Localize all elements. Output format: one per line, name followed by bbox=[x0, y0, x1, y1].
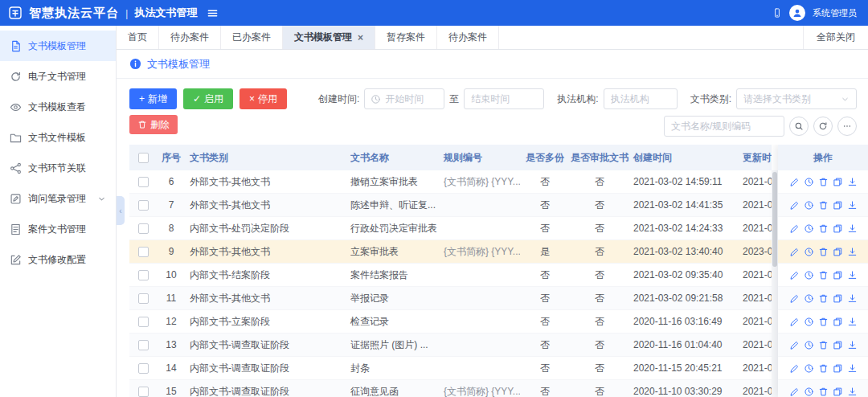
row-checkbox[interactable] bbox=[138, 247, 149, 257]
table-row-14[interactable]: 14内部文书-调查取证阶段封条否否2020-11-15 20:45:212021… bbox=[129, 357, 772, 380]
hamburger-menu-icon[interactable] bbox=[207, 7, 219, 19]
sidebar-item-5[interactable]: 询问笔录管理 bbox=[0, 183, 116, 214]
agency-input[interactable] bbox=[604, 89, 677, 108]
column-header[interactable]: 是否多份 bbox=[520, 151, 570, 165]
download-icon[interactable] bbox=[847, 317, 858, 327]
table-row-8[interactable]: 8内部文书-处罚决定阶段行政处罚决定审批表否否2021-03-02 14:24:… bbox=[129, 217, 772, 240]
delete-icon[interactable] bbox=[818, 317, 829, 327]
column-header[interactable]: 更新时 bbox=[739, 151, 772, 165]
row-checkbox[interactable] bbox=[138, 363, 149, 374]
table-row-12[interactable]: 12内部文书-立案阶段检查记录否否2020-11-16 03:16:492021… bbox=[129, 310, 772, 334]
row-checkbox[interactable] bbox=[138, 340, 149, 350]
tab-3[interactable]: 文书模板管理× bbox=[283, 26, 375, 49]
edit-icon[interactable] bbox=[789, 223, 800, 234]
column-header[interactable]: 是否审批文书 bbox=[570, 151, 629, 165]
sidebar-collapse-handle[interactable]: ‹ bbox=[117, 196, 125, 225]
copy-icon[interactable] bbox=[833, 223, 843, 234]
history-icon[interactable] bbox=[804, 340, 814, 350]
history-icon[interactable] bbox=[804, 270, 814, 280]
more-button[interactable] bbox=[837, 117, 857, 136]
download-icon[interactable] bbox=[847, 177, 858, 187]
copy-icon[interactable] bbox=[833, 177, 843, 187]
tab-0[interactable]: 首页 bbox=[117, 26, 159, 49]
avatar[interactable] bbox=[789, 5, 805, 21]
table-row-7[interactable]: 7外部文书-其他文书陈述申辩、听证复...否否2021-03-02 14:41:… bbox=[129, 194, 772, 217]
download-icon[interactable] bbox=[847, 340, 858, 350]
table-row-9[interactable]: 9外部文书-其他文书立案审批表{文书简称} {YYY...是否2021-03-0… bbox=[129, 240, 772, 264]
download-icon[interactable] bbox=[847, 247, 858, 257]
sidebar-item-6[interactable]: 案件文书管理 bbox=[0, 214, 116, 244]
table-row-15[interactable]: 15内部文书-调查取证阶段征询意见函{文书简称} {YYY...否否2020-1… bbox=[129, 380, 772, 397]
history-icon[interactable] bbox=[804, 247, 814, 257]
close-all-button[interactable]: 全部关闭 bbox=[803, 26, 868, 49]
search-button[interactable] bbox=[789, 117, 809, 136]
select-all-checkbox[interactable] bbox=[138, 153, 149, 163]
delete-icon[interactable] bbox=[818, 293, 829, 304]
delete-icon[interactable] bbox=[818, 177, 829, 187]
end-time-input[interactable] bbox=[465, 89, 543, 108]
delete-icon[interactable] bbox=[818, 200, 829, 211]
edit-icon[interactable] bbox=[789, 293, 800, 304]
download-icon[interactable] bbox=[847, 200, 858, 211]
scrollbar-thumb[interactable] bbox=[772, 172, 777, 267]
copy-icon[interactable] bbox=[833, 363, 843, 374]
vertical-scrollbar[interactable] bbox=[772, 170, 778, 397]
add-button[interactable]: + 新增 bbox=[129, 88, 177, 109]
delete-button[interactable]: 删除 bbox=[129, 115, 178, 134]
table-row-13[interactable]: 13内部文书-调查取证阶段证据照片 (图片) ...否否2020-11-16 0… bbox=[129, 334, 772, 357]
history-icon[interactable] bbox=[804, 223, 814, 234]
category-select[interactable]: 请选择文书类别 bbox=[736, 88, 857, 109]
disable-button[interactable]: × 停用 bbox=[240, 88, 287, 109]
edit-icon[interactable] bbox=[789, 317, 800, 327]
copy-icon[interactable] bbox=[833, 270, 843, 280]
row-checkbox[interactable] bbox=[138, 223, 149, 234]
copy-icon[interactable] bbox=[833, 293, 843, 304]
tab-4[interactable]: 暂存案件 bbox=[375, 26, 437, 49]
download-icon[interactable] bbox=[847, 223, 858, 234]
delete-icon[interactable] bbox=[818, 247, 829, 257]
row-checkbox[interactable] bbox=[138, 270, 149, 280]
row-checkbox[interactable] bbox=[138, 200, 149, 211]
sidebar-item-4[interactable]: 文书环节关联 bbox=[0, 153, 116, 183]
sidebar-item-1[interactable]: 电子文书管理 bbox=[0, 61, 116, 92]
download-icon[interactable] bbox=[847, 387, 858, 397]
table-row-10[interactable]: 10内部文书-结案阶段案件结案报告否否2021-03-02 09:35:4020… bbox=[129, 264, 772, 287]
history-icon[interactable] bbox=[804, 317, 814, 327]
edit-icon[interactable] bbox=[789, 363, 800, 374]
copy-icon[interactable] bbox=[833, 340, 843, 350]
history-icon[interactable] bbox=[804, 177, 814, 187]
sidebar-item-2[interactable]: 文书模板查看 bbox=[0, 92, 116, 122]
column-header[interactable]: 创建时间 bbox=[629, 151, 739, 165]
copy-icon[interactable] bbox=[833, 387, 843, 397]
sidebar-item-0[interactable]: 文书模板管理 bbox=[0, 31, 116, 61]
copy-icon[interactable] bbox=[833, 200, 843, 211]
tab-5[interactable]: 待办案件 bbox=[437, 26, 499, 49]
download-icon[interactable] bbox=[847, 363, 858, 374]
column-header[interactable]: 序号 bbox=[157, 151, 186, 165]
delete-icon[interactable] bbox=[818, 340, 829, 350]
edit-icon[interactable] bbox=[789, 387, 800, 397]
history-icon[interactable] bbox=[804, 293, 814, 304]
row-checkbox[interactable] bbox=[138, 387, 149, 397]
reset-button[interactable] bbox=[813, 117, 833, 136]
column-header[interactable]: 文书类别 bbox=[186, 151, 346, 165]
row-checkbox[interactable] bbox=[138, 177, 149, 187]
row-checkbox[interactable] bbox=[138, 317, 149, 327]
search-input[interactable] bbox=[665, 117, 784, 136]
row-checkbox[interactable] bbox=[138, 293, 149, 304]
copy-icon[interactable] bbox=[833, 317, 843, 327]
history-icon[interactable] bbox=[804, 363, 814, 374]
download-icon[interactable] bbox=[847, 293, 858, 304]
delete-icon[interactable] bbox=[818, 387, 829, 397]
delete-icon[interactable] bbox=[818, 270, 829, 280]
column-header[interactable]: 文书名称 bbox=[346, 151, 440, 165]
column-header[interactable]: 规则编号 bbox=[440, 151, 520, 165]
enable-button[interactable]: ✓ 启用 bbox=[183, 88, 233, 109]
history-icon[interactable] bbox=[804, 387, 814, 397]
history-icon[interactable] bbox=[804, 200, 814, 211]
edit-icon[interactable] bbox=[789, 247, 800, 257]
username[interactable]: 系统管理员 bbox=[813, 7, 857, 19]
delete-icon[interactable] bbox=[818, 363, 829, 374]
edit-icon[interactable] bbox=[789, 340, 800, 350]
tab-close-icon[interactable]: × bbox=[358, 32, 363, 43]
